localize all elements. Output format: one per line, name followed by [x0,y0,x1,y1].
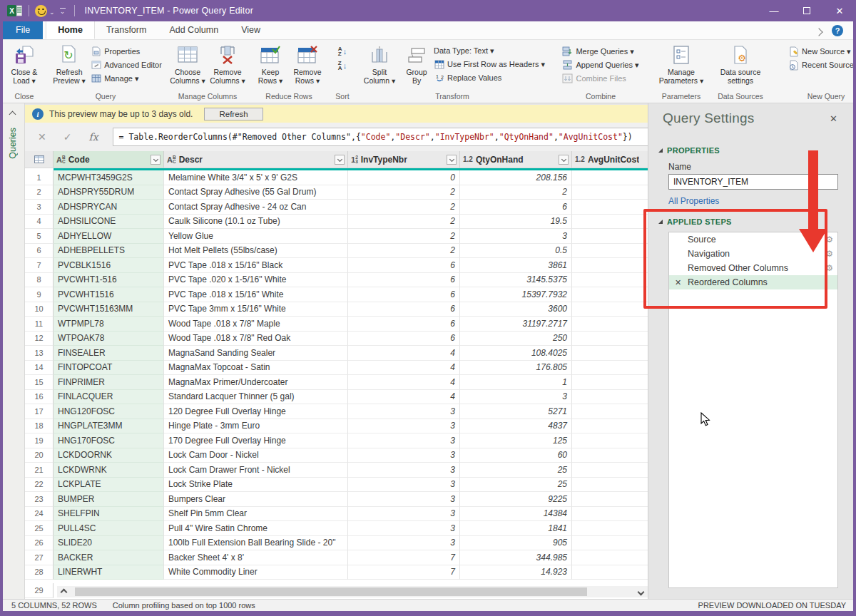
cell-invtypenbr[interactable]: 2 [348,244,460,259]
cell-avgunitcost[interactable] [572,404,651,419]
cell-descr[interactable]: Lock Cam Drawer Front - Nickel [164,463,348,478]
split-column-button[interactable]: Split Column ▾ [360,42,399,91]
choose-columns-button[interactable]: Choose Columns ▾ [168,42,207,91]
all-properties-link[interactable]: All Properties [668,196,719,206]
cell-avgunitcost[interactable] [572,317,651,332]
cell-qtyonhand[interactable]: 60 [460,448,572,463]
refresh-preview-notification-button[interactable]: Refresh [204,108,263,120]
close-panel-icon[interactable]: ✕ [830,113,837,124]
filter-dropdown-icon[interactable] [447,155,457,165]
table-row[interactable]: 22 LCKPLATE Lock Strike Plate 3 25 [25,478,651,493]
cell-code[interactable]: WTPOAK78 [54,332,164,346]
cell-descr[interactable]: Lock Cam Door - Nickel [164,448,348,463]
cell-avgunitcost[interactable] [572,332,651,346]
column-header-avgunitcost[interactable]: 1.2 AvgUnitCost [572,151,651,168]
table-row[interactable]: 21 LCKDWRNK Lock Cam Drawer Front - Nick… [25,463,651,478]
cell-descr[interactable]: Lock Strike Plate [164,478,348,493]
cell-code[interactable]: ADHSPRY55DRUM [54,185,164,200]
table-row[interactable]: 18 HNGPLATE3MM Hinge Plate - 3mm Euro 3 … [25,419,651,434]
table-row[interactable]: 9 PVCWHT1516 PVC Tape .018 x 15/16" Whit… [25,287,651,302]
commit-formula-icon[interactable]: ✓ [63,131,72,143]
use-first-row-as-headers-button[interactable]: Use First Row as Headers ▾ [434,59,545,69]
cell-invtypenbr[interactable]: 4 [348,375,460,390]
cell-descr[interactable]: PVC Tape .020 x 1-5/16" White [164,273,348,288]
table-row[interactable]: 23 BUMPER Bumpers Clear 3 9225 [25,492,651,507]
cell-code[interactable]: LCKDOORNK [54,448,164,463]
cell-code[interactable]: ADHSILICONE [54,215,164,230]
cell-invtypenbr[interactable]: 6 [348,317,460,332]
cell-avgunitcost[interactable] [572,185,651,200]
cell-descr[interactable]: MagnaMax Primer/Undercoater [164,375,348,390]
cell-qtyonhand[interactable]: 176.805 [460,361,572,376]
table-row[interactable]: 2 ADHSPRY55DRUM Contact Spray Adhesive (… [25,185,651,200]
close-button[interactable]: ✕ [823,0,856,21]
cell-code[interactable]: SLIDE20 [54,536,164,551]
cell-code[interactable]: LINERWHT [54,565,164,580]
cell-qtyonhand[interactable]: 5271 [460,404,572,419]
cell-qtyonhand[interactable]: 208.156 [460,170,572,185]
cell-code[interactable]: ADHYELLOW [54,229,164,244]
cell-avgunitcost[interactable] [572,521,651,536]
replace-values-button[interactable]: 12 Replace Values [434,73,545,83]
cell-invtypenbr[interactable]: 3 [348,448,460,463]
cell-invtypenbr[interactable]: 6 [348,302,460,317]
cell-code[interactable]: LCKPLATE [54,478,164,493]
table-row[interactable]: 8 PVCWHT1-516 PVC Tape .020 x 1-5/16" Wh… [25,273,651,288]
advanced-editor-button[interactable]: Advanced Editor [91,60,162,70]
cell-code[interactable]: HNGPLATE3MM [54,419,164,434]
cell-descr[interactable]: 120 Degree Full Overlay Hinge [164,404,348,419]
horizontal-scroll-thumb[interactable] [75,587,587,596]
table-row[interactable]: 1 MCPWHT3459G2S Melamine White 3/4" x 5'… [25,170,651,185]
cell-avgunitcost[interactable] [572,390,651,405]
cell-invtypenbr[interactable]: 4 [348,361,460,376]
cell-invtypenbr[interactable]: 7 [348,565,460,580]
cell-invtypenbr[interactable]: 2 [348,200,460,215]
cell-avgunitcost[interactable] [572,375,651,390]
cell-avgunitcost[interactable] [572,492,651,507]
cell-descr[interactable]: Shelf Pin 5mm Clear [164,507,348,522]
filter-dropdown-icon[interactable] [335,155,345,165]
cell-qtyonhand[interactable]: 344.985 [460,550,572,565]
properties-button[interactable]: Properties [91,46,162,56]
cell-avgunitcost[interactable] [572,536,651,551]
cell-descr[interactable]: 100lb Full Extension Ball Bearing Slide … [164,536,348,551]
cell-avgunitcost[interactable] [572,565,651,580]
cell-code[interactable]: ADHSPRYCAN [54,200,164,215]
cell-qtyonhand[interactable]: 905 [460,536,572,551]
collapse-ribbon-icon[interactable] [815,28,822,36]
column-header-invtypenbr[interactable]: 123 InvTypeNbr [348,151,460,168]
cell-avgunitcost[interactable] [572,244,651,259]
filter-dropdown-icon[interactable] [151,155,160,165]
cell-avgunitcost[interactable] [572,200,651,215]
smiley-dropdown-caret-icon[interactable]: ⌄ [49,9,55,16]
cell-qtyonhand[interactable]: 3145.5375 [460,273,572,288]
cell-invtypenbr[interactable]: 3 [348,419,460,434]
cell-avgunitcost[interactable] [572,258,651,273]
queries-pane-collapsed[interactable]: Queries [3,103,25,599]
cell-qtyonhand[interactable]: 4837 [460,419,572,434]
cell-code[interactable]: ADHEBPELLETS [54,244,164,259]
scroll-right-icon[interactable] [638,588,645,595]
table-row[interactable]: 6 ADHEBPELLETS Hot Melt Pellets (55lbs/c… [25,244,651,259]
cell-descr[interactable]: PVC Tape 3mm x 15/16" White [164,302,348,317]
cell-qtyonhand[interactable]: 108.4025 [460,346,572,361]
cell-descr[interactable]: Melamine White 3/4" x 5' x 9' G2S [164,170,348,185]
table-row[interactable]: 11 WTPMPL78 Wood Tape .018 x 7/8" Maple … [25,317,651,332]
cell-code[interactable]: PVCBLK1516 [54,258,164,273]
sort-descending-icon[interactable]: ZA↓ [338,61,347,71]
quick-access-customize-icon[interactable]: ⌄ [60,8,66,14]
table-row[interactable]: 17 HNG120FOSC 120 Degree Full Overlay Hi… [25,404,651,419]
cell-descr[interactable]: Contact Spray Adhesive - 24 oz Can [164,200,348,215]
table-row[interactable]: 20 LCKDOORNK Lock Cam Door - Nickel 3 60 [25,448,651,463]
help-icon[interactable]: ? [832,25,843,36]
table-row[interactable]: 24 SHELFPIN Shelf Pin 5mm Clear 3 14384 [25,507,651,522]
cell-invtypenbr[interactable]: 0 [348,170,460,185]
cell-code[interactable]: LCKDWRNK [54,463,164,478]
cell-code[interactable]: FINTOPCOAT [54,361,164,376]
cell-descr[interactable]: Hot Melt Pellets (55lbs/case) [164,244,348,259]
filter-dropdown-icon[interactable] [559,155,569,165]
remove-columns-button[interactable]: Remove Columns ▾ [208,42,247,91]
group-by-button[interactable]: Group By [401,42,432,91]
cell-qtyonhand[interactable]: 25 [460,478,572,493]
merge-queries-button[interactable]: Merge Queries ▾ [562,46,638,56]
